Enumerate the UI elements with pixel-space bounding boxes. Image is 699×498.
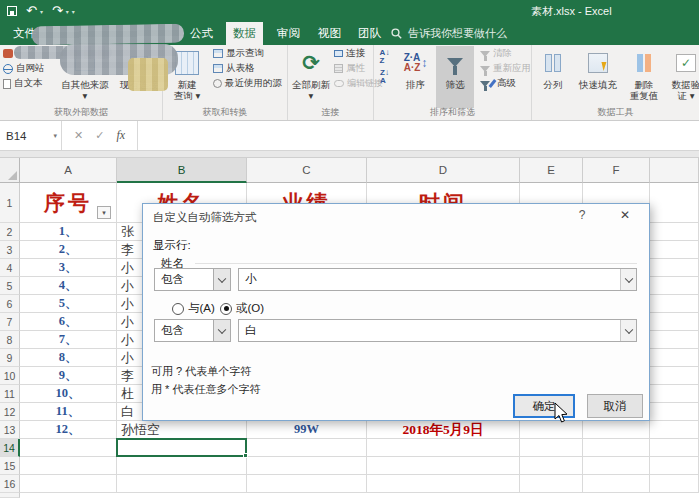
filter-button[interactable]: 筛选 bbox=[436, 46, 474, 108]
value-input-2[interactable]: 白 bbox=[238, 319, 637, 342]
sort-za-descending-button[interactable]: Z↓A bbox=[377, 69, 392, 84]
from-text-button[interactable]: 自文本 bbox=[1, 76, 47, 91]
refresh-all-button[interactable]: ⟳ 全部刷新 ▾ bbox=[290, 46, 332, 110]
cell-A14[interactable] bbox=[20, 439, 117, 457]
column-header-C[interactable]: C bbox=[247, 158, 367, 183]
row-header-5[interactable]: 5 bbox=[0, 277, 20, 295]
column-header-B[interactable]: B bbox=[117, 158, 247, 183]
operator-combo-2[interactable]: 包含 bbox=[154, 319, 231, 342]
filter-dropdown-button[interactable]: ▾ bbox=[97, 206, 111, 219]
column-header-F[interactable]: F bbox=[583, 158, 650, 183]
row-header-4[interactable]: 4 bbox=[0, 259, 20, 277]
cell-G11[interactable] bbox=[650, 385, 699, 403]
cell-G9[interactable] bbox=[650, 349, 699, 367]
tab-review[interactable]: 审阅 bbox=[270, 22, 307, 45]
sort-az-ascending-button[interactable]: A↓Z bbox=[377, 49, 392, 64]
cell-E15[interactable] bbox=[520, 457, 583, 475]
cell-G5[interactable] bbox=[650, 277, 699, 295]
cancel-entry-icon[interactable]: ✕ bbox=[74, 129, 83, 142]
cell-F13[interactable] bbox=[583, 421, 650, 439]
value-2-dropdown-icon[interactable] bbox=[620, 320, 636, 341]
save-icon[interactable] bbox=[7, 6, 17, 16]
clear-filter-button[interactable]: 清除 bbox=[478, 46, 533, 61]
from-web-button[interactable]: 自网站 bbox=[1, 61, 47, 76]
cell-B13[interactable]: 孙悟空 bbox=[117, 421, 247, 439]
cell-D14[interactable] bbox=[367, 439, 520, 457]
row-header-12[interactable]: 12 bbox=[0, 403, 20, 421]
cell-C16[interactable] bbox=[247, 475, 367, 493]
cell-A12[interactable]: 11、 bbox=[20, 403, 117, 421]
cell-D13[interactable]: 2018年5月9日 bbox=[367, 421, 520, 439]
tab-formulas[interactable]: 公式 bbox=[183, 22, 220, 45]
cell-A7[interactable]: 6、 bbox=[20, 313, 117, 331]
cell-B15[interactable] bbox=[117, 457, 247, 475]
cell-G2[interactable] bbox=[650, 223, 699, 241]
operator-combo-1[interactable]: 包含 bbox=[154, 268, 231, 291]
cell-F16[interactable] bbox=[583, 475, 650, 493]
column-header-partial[interactable] bbox=[650, 158, 699, 183]
operator-1-dropdown-icon[interactable] bbox=[213, 269, 230, 290]
cell-G6[interactable] bbox=[650, 295, 699, 313]
flash-fill-button[interactable]: 快速填充 bbox=[574, 46, 622, 110]
name-box-dropdown-icon[interactable]: ▾ bbox=[53, 132, 57, 140]
column-header-D[interactable]: D bbox=[367, 158, 520, 183]
row-header-7[interactable]: 7 bbox=[0, 313, 20, 331]
cell-A6[interactable]: 5、 bbox=[20, 295, 117, 313]
tab-team[interactable]: 团队 bbox=[351, 22, 388, 45]
cancel-button[interactable]: 取消 bbox=[587, 394, 643, 418]
cell-G7[interactable] bbox=[650, 313, 699, 331]
cell-A13[interactable]: 12、 bbox=[20, 421, 117, 439]
column-header-A[interactable]: A bbox=[20, 158, 117, 183]
dialog-close-button[interactable]: ✕ bbox=[615, 208, 635, 224]
row-header-1[interactable]: 1 bbox=[0, 183, 20, 223]
column-header-E[interactable]: E bbox=[520, 158, 583, 183]
reapply-filter-button[interactable]: 重新应用 bbox=[478, 61, 533, 76]
sort-button[interactable]: Z·AA·Z↕ 排序 bbox=[398, 46, 433, 110]
enter-entry-icon[interactable]: ✓ bbox=[95, 129, 104, 142]
operator-2-dropdown-icon[interactable] bbox=[213, 320, 230, 341]
cell-A4[interactable]: 3、 bbox=[20, 259, 117, 277]
cell-D16[interactable] bbox=[367, 475, 520, 493]
cell-G13[interactable] bbox=[650, 421, 699, 439]
cell-G12[interactable] bbox=[650, 403, 699, 421]
cell-E16[interactable] bbox=[520, 475, 583, 493]
row-header-11[interactable]: 11 bbox=[0, 385, 20, 403]
ok-button[interactable]: 确定 bbox=[513, 394, 575, 418]
cell-E14[interactable] bbox=[520, 439, 583, 457]
dialog-help-button[interactable]: ? bbox=[573, 208, 591, 224]
row-header-10[interactable]: 10 bbox=[0, 367, 20, 385]
tell-me-search[interactable]: 告诉我你想要做什么 bbox=[391, 22, 507, 45]
value-input-1[interactable]: 小 bbox=[238, 268, 637, 291]
cell-F15[interactable] bbox=[583, 457, 650, 475]
cell-A5[interactable]: 4、 bbox=[20, 277, 117, 295]
row-header-6[interactable]: 6 bbox=[0, 295, 20, 313]
cell-G4[interactable] bbox=[650, 259, 699, 277]
formula-input[interactable] bbox=[138, 121, 699, 150]
cell-A16[interactable] bbox=[20, 475, 117, 493]
from-table-button[interactable]: 从表格 bbox=[211, 61, 284, 76]
cell-A11[interactable]: 10、 bbox=[20, 385, 117, 403]
value-1-dropdown-icon[interactable] bbox=[620, 269, 636, 290]
cell-G1[interactable] bbox=[650, 183, 699, 223]
radio-or[interactable]: 或(O) bbox=[220, 301, 264, 316]
advanced-filter-button[interactable]: 高级 bbox=[478, 76, 533, 91]
row-header-16[interactable]: 16 bbox=[0, 475, 20, 493]
tab-view[interactable]: 视图 bbox=[311, 22, 348, 45]
row-header-8[interactable]: 8 bbox=[0, 331, 20, 349]
redo-icon[interactable]: ↷ bbox=[52, 3, 63, 19]
undo-dropdown-icon[interactable]: ▾ bbox=[40, 8, 43, 15]
cell-A2[interactable]: 1、 bbox=[20, 223, 117, 241]
tab-data[interactable]: 数据 bbox=[226, 22, 263, 45]
cell-C14[interactable] bbox=[247, 439, 367, 457]
cell-G14[interactable] bbox=[650, 439, 699, 457]
row-header-9[interactable]: 9 bbox=[0, 349, 20, 367]
row-header-14[interactable]: 14 bbox=[0, 439, 20, 457]
cell-B14[interactable] bbox=[117, 439, 247, 457]
cell-A3[interactable]: 2、 bbox=[20, 241, 117, 259]
cell-D15[interactable] bbox=[367, 457, 520, 475]
cell-E13[interactable] bbox=[520, 421, 583, 439]
row-header-3[interactable]: 3 bbox=[0, 241, 20, 259]
cell-G10[interactable] bbox=[650, 367, 699, 385]
redo-dropdown-icon[interactable]: ▾ bbox=[66, 8, 69, 15]
cell-G8[interactable] bbox=[650, 331, 699, 349]
